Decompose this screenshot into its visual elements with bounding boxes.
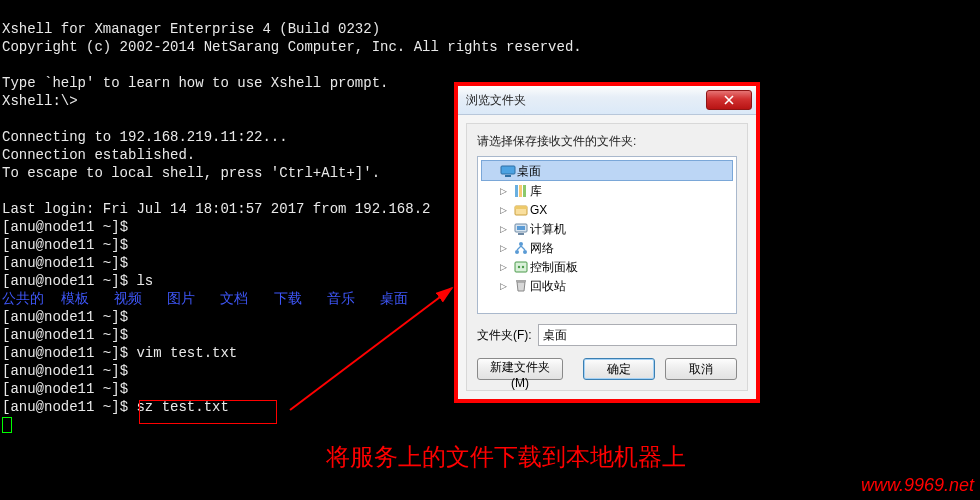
tree-item-label: 回收站: [530, 277, 566, 295]
close-button[interactable]: [706, 90, 752, 110]
svg-rect-2: [505, 175, 511, 177]
tree-item[interactable]: ▷库: [478, 181, 736, 200]
tree-item-label: 控制面板: [530, 258, 578, 276]
cpanel-icon: [512, 259, 530, 275]
expander-icon[interactable]: ▷: [500, 220, 510, 238]
prompt-line: [anu@node11 ~]$: [2, 255, 128, 271]
new-folder-button[interactable]: 新建文件夹(M): [477, 358, 563, 380]
network-icon: [512, 240, 530, 256]
expander-icon[interactable]: ▷: [500, 239, 510, 257]
prompt-line: [anu@node11 ~]$: [2, 219, 128, 235]
svg-rect-17: [516, 280, 526, 282]
line: Connection established.: [2, 147, 195, 163]
tree-item-label: 计算机: [530, 220, 566, 238]
svg-rect-10: [518, 233, 524, 235]
prompt-line: [anu@node11 ~]$: [2, 327, 128, 343]
dialog-title: 浏览文件夹: [466, 91, 706, 109]
line: Xshell for Xmanager Enterprise 4 (Build …: [2, 21, 380, 37]
svg-point-12: [523, 250, 527, 254]
svg-rect-4: [519, 185, 522, 197]
tree-item-label: GX: [530, 201, 547, 219]
cursor: [2, 417, 12, 433]
expander-icon[interactable]: ▷: [500, 201, 510, 219]
line: To escape to local shell, press 'Ctrl+Al…: [2, 165, 380, 181]
line: Connecting to 192.168.219.11:22...: [2, 129, 288, 145]
svg-point-13: [519, 242, 523, 246]
expander-icon[interactable]: ▷: [500, 182, 510, 200]
prompt: Xshell:\>: [2, 93, 78, 109]
tree-item[interactable]: ▷网络: [478, 238, 736, 257]
dialog-prompt: 请选择保存接收文件的文件夹:: [477, 132, 737, 150]
tree-item-label: 网络: [530, 239, 554, 257]
prompt-line: [anu@node11 ~]$: [2, 309, 128, 325]
svg-rect-1: [501, 166, 515, 174]
tree-item[interactable]: 桌面: [481, 160, 733, 181]
computer-icon: [512, 221, 530, 237]
ls-output: 公共的 模板 视频 图片 文档 下载 音乐 桌面: [2, 291, 408, 307]
ok-button[interactable]: 确定: [583, 358, 655, 380]
cancel-button[interactable]: 取消: [665, 358, 737, 380]
expander-icon[interactable]: ▷: [500, 277, 510, 295]
svg-point-16: [522, 265, 524, 267]
svg-rect-7: [515, 206, 527, 209]
line: Copyright (c) 2002-2014 NetSarang Comput…: [2, 39, 582, 55]
folder-label: 文件夹(F):: [477, 326, 532, 344]
user-icon: [512, 202, 530, 218]
svg-rect-9: [517, 226, 525, 230]
annotation-caption: 将服务上的文件下载到本地机器上: [326, 448, 686, 466]
svg-rect-3: [515, 185, 518, 197]
dialog-titlebar[interactable]: 浏览文件夹: [458, 86, 756, 115]
library-icon: [512, 183, 530, 199]
tree-item[interactable]: ▷控制面板: [478, 257, 736, 276]
line: Type `help' to learn how to use Xshell p…: [2, 75, 388, 91]
tree-item-label: 库: [530, 182, 542, 200]
tree-item[interactable]: ▷GX: [478, 200, 736, 219]
tree-item-label: 桌面: [517, 162, 541, 180]
prompt-line: [anu@node11 ~]$: [2, 363, 128, 379]
desktop-icon: [499, 163, 517, 179]
prompt-line: [anu@node11 ~]$: [2, 237, 128, 253]
tree-item[interactable]: ▷回收站: [478, 276, 736, 295]
tree-item[interactable]: ▷计算机: [478, 219, 736, 238]
browse-folder-dialog: 浏览文件夹 请选择保存接收文件的文件夹: 桌面▷库▷GX▷计算机▷网络▷控制面板…: [454, 82, 760, 403]
prompt-line: [anu@node11 ~]$ sz test.txt: [2, 399, 229, 415]
bin-icon: [512, 278, 530, 294]
svg-point-15: [518, 265, 520, 267]
folder-input[interactable]: [538, 324, 737, 346]
svg-rect-5: [523, 185, 526, 197]
prompt-line: [anu@node11 ~]$: [2, 381, 128, 397]
folder-tree[interactable]: 桌面▷库▷GX▷计算机▷网络▷控制面板▷回收站: [477, 156, 737, 314]
expander-icon[interactable]: ▷: [500, 258, 510, 276]
svg-rect-14: [515, 262, 527, 272]
prompt-line: [anu@node11 ~]$ ls: [2, 273, 153, 289]
close-icon: [724, 95, 734, 105]
svg-point-11: [515, 250, 519, 254]
watermark: www.9969.net: [861, 476, 974, 494]
line: Last login: Fri Jul 14 18:01:57 2017 fro…: [2, 201, 430, 217]
prompt-line: [anu@node11 ~]$ vim test.txt: [2, 345, 237, 361]
